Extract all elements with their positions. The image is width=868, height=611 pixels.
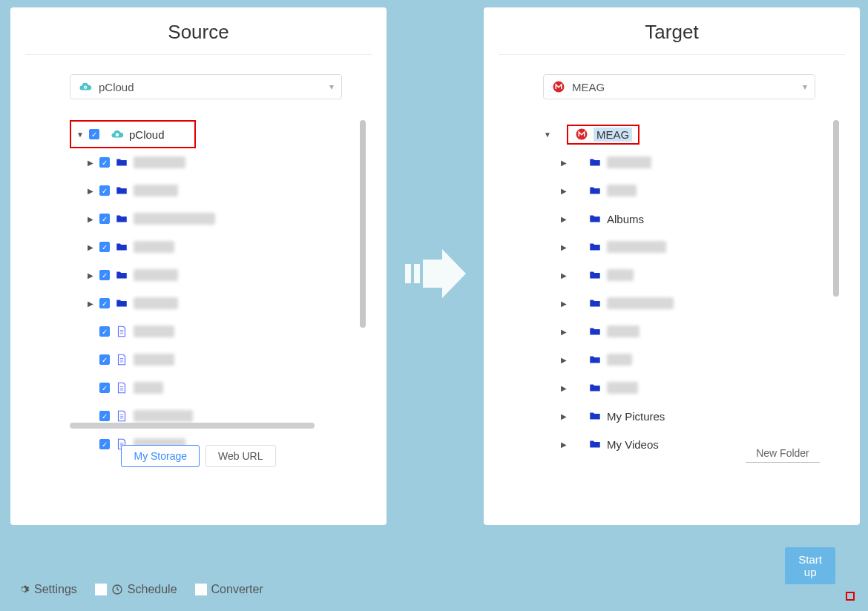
tree-folder-row[interactable]: ▶Albums — [559, 205, 845, 233]
horizontal-scrollbar[interactable] — [70, 423, 315, 429]
tree-folder-row[interactable]: ▶ — [559, 374, 845, 402]
blurred-label — [134, 410, 193, 422]
folder-icon — [588, 409, 602, 423]
settings-link[interactable]: Settings — [18, 583, 77, 596]
target-dropdown-label: MEAG — [572, 81, 605, 93]
folder-icon — [114, 156, 129, 169]
tab-my-storage[interactable]: My Storage — [121, 445, 200, 467]
blurred-label — [607, 382, 638, 394]
checkbox[interactable]: ✓ — [99, 185, 110, 196]
caret-right-icon[interactable]: ▶ — [559, 158, 568, 167]
tree-folder-row[interactable]: ▶ — [559, 233, 845, 261]
checkbox[interactable]: ✓ — [99, 270, 110, 280]
blurred-label — [607, 354, 632, 366]
checkbox[interactable]: ✓ — [99, 326, 110, 337]
caret-right-icon[interactable]: ▶ — [559, 355, 568, 364]
file-icon — [114, 325, 129, 338]
caret-right-icon[interactable]: ▶ — [86, 158, 95, 167]
tree-folder-row[interactable]: ▶✓ — [86, 205, 372, 233]
tree-file-row[interactable]: ✓ — [86, 317, 372, 346]
tree-folder-row[interactable]: ▶ — [559, 148, 845, 176]
checkbox[interactable]: ✓ — [99, 242, 110, 252]
source-title: Source — [25, 21, 372, 55]
target-dropdown[interactable]: MEAG ▾ — [543, 74, 815, 99]
tree-file-row[interactable]: ✓ — [86, 374, 372, 402]
folder-label: My Pictures — [607, 410, 665, 423]
tree-folder-row[interactable]: ▶✓ — [86, 261, 372, 289]
tree-folder-row[interactable]: ▶ — [559, 289, 845, 317]
blurred-label — [134, 382, 163, 394]
tree-folder-row[interactable]: ▶ — [559, 346, 845, 374]
caret-right-icon[interactable]: ▶ — [86, 271, 95, 280]
tree-folder-row[interactable]: ▶ — [559, 176, 845, 205]
tree-folder-row[interactable]: ▶✓ — [86, 148, 372, 176]
checkbox[interactable]: ✓ — [99, 298, 110, 308]
folder-icon — [588, 381, 602, 394]
tree-file-row[interactable]: ✓ — [86, 346, 372, 374]
schedule-toggle[interactable]: Schedule — [95, 583, 177, 596]
target-root-row[interactable]: ▼ MEAG — [543, 120, 845, 148]
caret-right-icon[interactable]: ▶ — [559, 440, 568, 449]
caret-right-icon[interactable]: ▶ — [559, 327, 568, 336]
target-title: Target — [499, 21, 845, 55]
caret-right-icon[interactable]: ▶ — [559, 242, 568, 251]
caret-right-icon[interactable]: ▶ — [559, 186, 568, 195]
folder-icon — [588, 325, 602, 338]
blurred-label — [607, 326, 640, 337]
tree-folder-row[interactable]: ▶ — [559, 261, 845, 289]
checkbox-empty[interactable] — [95, 584, 107, 595]
caret-right-icon[interactable]: ▶ — [86, 242, 95, 251]
folder-icon — [588, 184, 602, 197]
pcloud-icon — [110, 128, 125, 141]
caret-right-icon[interactable]: ▶ — [86, 214, 95, 223]
checkbox[interactable]: ✓ — [99, 354, 110, 365]
folder-icon — [588, 212, 602, 225]
converter-toggle[interactable]: Converter — [195, 583, 263, 596]
caret-right-icon[interactable]: ▶ — [559, 214, 568, 223]
tree-folder-row[interactable]: ▶ — [559, 317, 845, 346]
transfer-arrow-icon — [405, 248, 467, 303]
caret-down-icon[interactable]: ▼ — [543, 130, 552, 139]
source-dropdown[interactable]: P pCloud ▾ — [70, 74, 342, 99]
caret-down-icon[interactable]: ▼ — [76, 130, 85, 139]
tree-folder-row[interactable]: ▶✓ — [86, 233, 372, 261]
checkbox[interactable]: ✓ — [99, 157, 110, 168]
target-tree: ▼ MEAG ▶▶▶Albums▶▶▶▶▶▶▶My Pictures▶My Vi… — [543, 120, 845, 458]
svg-rect-1 — [414, 264, 420, 283]
caret-right-icon[interactable]: ▶ — [86, 186, 95, 195]
checkbox[interactable]: ✓ — [99, 214, 110, 224]
folder-icon — [588, 268, 602, 282]
checkbox[interactable]: ✓ — [99, 383, 110, 393]
folder-icon — [114, 184, 129, 197]
blurred-label — [134, 297, 178, 309]
caret-right-icon[interactable]: ▶ — [559, 412, 568, 420]
blurred-label — [134, 156, 185, 168]
clock-icon — [111, 584, 123, 595]
tree-folder-row[interactable]: ▶My Pictures — [559, 402, 845, 430]
gear-icon — [18, 584, 30, 595]
checkbox-empty[interactable] — [195, 584, 207, 595]
file-icon — [114, 409, 129, 423]
pcloud-icon: P — [78, 80, 93, 93]
bottom-bar: Settings Schedule Converter — [18, 583, 263, 596]
checkbox[interactable]: ✓ — [99, 411, 110, 421]
scrollbar-thumb[interactable] — [833, 120, 839, 297]
scrollbar-thumb[interactable] — [360, 120, 366, 328]
folder-icon — [588, 437, 602, 451]
caret-right-icon[interactable]: ▶ — [559, 299, 568, 308]
caret-right-icon[interactable]: ▶ — [559, 271, 568, 280]
folder-icon — [588, 297, 602, 310]
source-panel: Source P pCloud ▾ ▼ ✓ pCloud ▶✓▶✓▶✓▶✓▶✓▶… — [10, 7, 387, 525]
target-root-label: MEAG — [594, 128, 632, 142]
source-root[interactable]: ▼ ✓ pCloud — [70, 120, 196, 148]
checkbox[interactable]: ✓ — [89, 129, 99, 139]
start-button[interactable]: Start up — [785, 547, 835, 584]
new-folder-link[interactable]: New Folder — [746, 447, 820, 463]
blurred-label — [134, 213, 215, 225]
tree-folder-row[interactable]: ▶✓ — [86, 289, 372, 317]
blurred-label — [134, 241, 174, 253]
caret-right-icon[interactable]: ▶ — [86, 299, 95, 308]
caret-right-icon[interactable]: ▶ — [559, 383, 568, 392]
tree-folder-row[interactable]: ▶✓ — [86, 176, 372, 205]
tab-web-url[interactable]: Web URL — [206, 445, 275, 467]
